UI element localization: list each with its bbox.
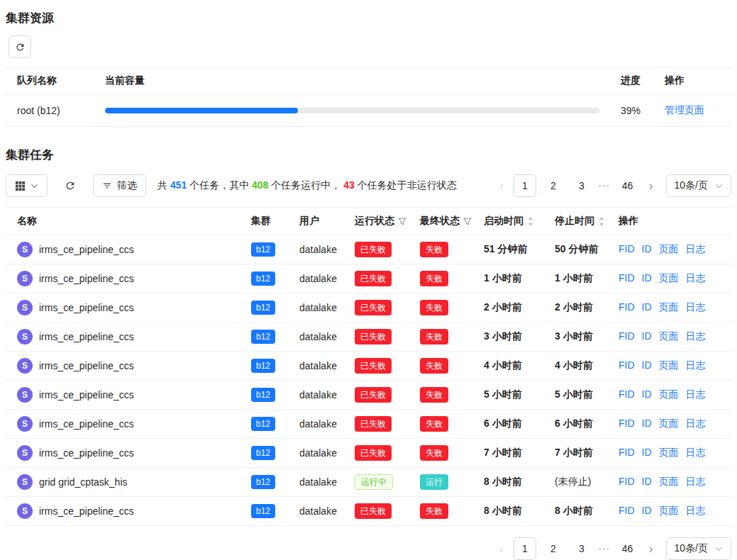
id-link[interactable]: ID xyxy=(642,447,652,459)
run-status-badge: 已失败 xyxy=(355,242,392,257)
fid-link[interactable]: FID xyxy=(619,447,635,459)
page-ellipsis[interactable]: ••• xyxy=(599,182,611,190)
id-link[interactable]: ID xyxy=(642,418,652,430)
task-name-cell: S irms_ce_pipeline_ccs xyxy=(17,271,251,286)
fid-link[interactable]: FID xyxy=(619,330,635,343)
page-link[interactable]: 页面 xyxy=(659,243,679,256)
filter-bars-icon xyxy=(102,181,112,191)
prev-page-button[interactable]: ‹ xyxy=(495,537,508,560)
cluster-badge: b12 xyxy=(251,271,275,286)
tasks-section-title: 集群任务 xyxy=(6,147,731,163)
log-link[interactable]: 日志 xyxy=(686,272,706,285)
filter-funnel-icon[interactable] xyxy=(398,218,406,225)
log-link[interactable]: 日志 xyxy=(686,359,706,372)
start-time: 2 小时前 xyxy=(484,301,555,314)
task-name: irms_ce_pipeline_ccs xyxy=(39,273,134,284)
manage-page-link[interactable]: 管理页面 xyxy=(665,104,704,116)
page-button-last[interactable]: 46 xyxy=(616,174,639,197)
task-row: S irms_ce_pipeline_ccs b12 datalake 已失败 … xyxy=(6,439,731,468)
id-link[interactable]: ID xyxy=(642,476,652,488)
id-link[interactable]: ID xyxy=(642,272,652,285)
task-user: datalake xyxy=(299,476,355,488)
fid-link[interactable]: FID xyxy=(619,359,635,372)
page-button-3[interactable]: 3 xyxy=(570,537,593,560)
log-link[interactable]: 日志 xyxy=(686,505,706,517)
run-status-badge: 已失败 xyxy=(355,329,392,345)
page-button-3[interactable]: 3 xyxy=(570,174,593,197)
fid-link[interactable]: FID xyxy=(619,301,635,314)
id-link[interactable]: ID xyxy=(642,388,652,401)
page-button-2[interactable]: 2 xyxy=(542,174,565,197)
page-link[interactable]: 页面 xyxy=(659,447,679,459)
refresh-tasks-button[interactable] xyxy=(59,174,82,197)
filter-button[interactable]: 筛选 xyxy=(93,174,146,197)
page-button-2[interactable]: 2 xyxy=(542,537,565,560)
spark-avatar: S xyxy=(17,242,33,257)
cluster-badge: b12 xyxy=(251,330,275,344)
col-label: 操作 xyxy=(619,215,638,228)
page-link[interactable]: 页面 xyxy=(659,301,679,314)
filter-funnel-icon[interactable] xyxy=(463,218,472,225)
task-name: irms_ce_pipeline_ccs xyxy=(39,505,134,517)
page-size-label: 10条/页 xyxy=(675,179,708,192)
page-button-last[interactable]: 46 xyxy=(616,537,639,560)
id-link[interactable]: ID xyxy=(642,301,652,314)
page-link[interactable]: 页面 xyxy=(659,388,679,401)
chevron-down-icon xyxy=(31,182,38,190)
start-time: 6 小时前 xyxy=(484,418,555,430)
col-task-name: 名称 xyxy=(17,215,251,228)
page-link[interactable]: 页面 xyxy=(659,505,679,517)
page-link[interactable]: 页面 xyxy=(659,272,679,285)
spark-avatar: S xyxy=(17,387,33,403)
log-link[interactable]: 日志 xyxy=(686,476,706,488)
page-size-select[interactable]: 10条/页 xyxy=(666,537,731,560)
log-link[interactable]: 日志 xyxy=(686,301,706,314)
task-row: S irms_ce_pipeline_ccs b12 datalake 已失败 … xyxy=(6,410,731,439)
id-link[interactable]: ID xyxy=(642,505,652,517)
fid-link[interactable]: FID xyxy=(619,388,635,401)
cluster-badge: b12 xyxy=(251,446,275,460)
cluster-badge: b12 xyxy=(251,504,275,518)
sorter-icon[interactable] xyxy=(598,216,605,227)
task-name: irms_ce_pipeline_ccs xyxy=(39,244,134,255)
row-actions: FID ID 页面 日志 xyxy=(619,476,720,488)
refresh-resources-button[interactable] xyxy=(9,35,31,58)
page-link[interactable]: 页面 xyxy=(659,418,679,430)
fid-link[interactable]: FID xyxy=(619,418,635,430)
id-link[interactable]: ID xyxy=(642,330,652,343)
row-actions: FID ID 页面 日志 xyxy=(619,447,720,459)
fid-link[interactable]: FID xyxy=(619,272,635,285)
log-link[interactable]: 日志 xyxy=(686,243,706,256)
layout-toggle-button[interactable] xyxy=(6,174,48,197)
log-link[interactable]: 日志 xyxy=(686,330,706,343)
log-link[interactable]: 日志 xyxy=(686,388,706,401)
page-ellipsis[interactable]: ••• xyxy=(599,545,611,553)
page-link[interactable]: 页面 xyxy=(659,330,679,343)
log-link[interactable]: 日志 xyxy=(686,418,706,430)
prev-page-button[interactable]: ‹ xyxy=(495,174,508,197)
start-time: 7 小时前 xyxy=(484,447,555,459)
id-link[interactable]: ID xyxy=(642,243,652,256)
summary-text: 共 xyxy=(157,179,170,191)
cluster-tasks-table: 名称 集群 用户 运行状态 最终状态 启动时间 停止时间 操作 S xyxy=(6,207,731,526)
toolbar-right: ‹ 1 2 3 ••• 46 › 10条/页 xyxy=(495,174,731,197)
final-status-badge: 失败 xyxy=(420,242,448,257)
page-button-1[interactable]: 1 xyxy=(514,174,536,197)
log-link[interactable]: 日志 xyxy=(686,447,706,459)
id-link[interactable]: ID xyxy=(642,359,652,372)
fid-link[interactable]: FID xyxy=(619,505,635,517)
sorter-icon[interactable] xyxy=(527,216,534,227)
next-page-button[interactable]: › xyxy=(645,537,658,560)
page-button-1[interactable]: 1 xyxy=(514,537,536,560)
task-name-cell: S irms_ce_pipeline_ccs xyxy=(17,387,251,403)
queue-name: root (b12) xyxy=(17,105,105,116)
fid-link[interactable]: FID xyxy=(619,243,635,256)
page-size-select[interactable]: 10条/页 xyxy=(666,174,731,197)
fid-link[interactable]: FID xyxy=(619,476,635,488)
stop-time: 5 小时前 xyxy=(555,388,619,401)
stop-time: 50 分钟前 xyxy=(555,243,619,256)
summary-text: 个任务，其中 xyxy=(187,179,252,191)
page-link[interactable]: 页面 xyxy=(659,359,679,372)
page-link[interactable]: 页面 xyxy=(659,476,679,488)
next-page-button[interactable]: › xyxy=(645,174,658,197)
